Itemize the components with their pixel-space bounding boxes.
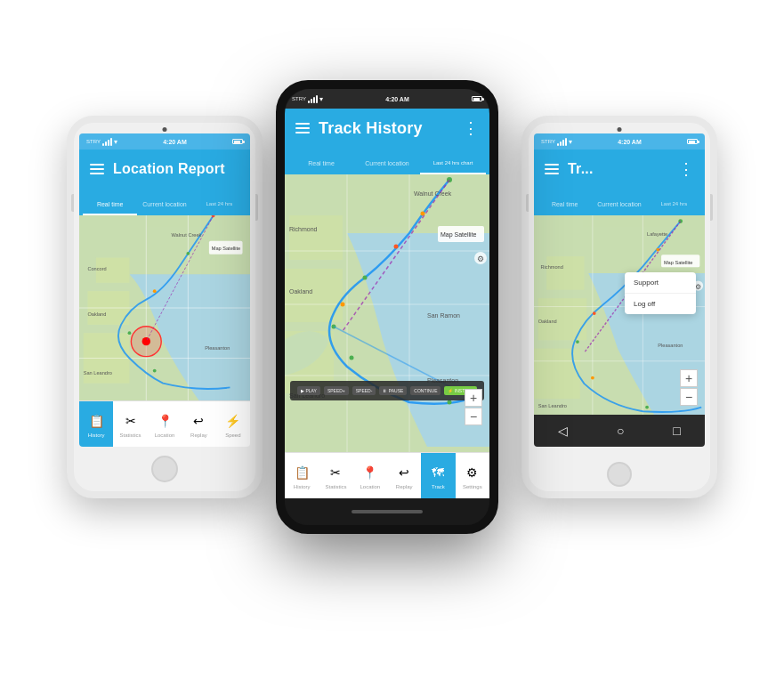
loc-icon-left: 📍: [155, 411, 174, 431]
tab-24hrs-center[interactable]: Last 24 hrs chart: [420, 153, 486, 174]
status-bar-left: STRY ▾ 4:20 AM: [79, 133, 250, 150]
menu-icon-right[interactable]: [545, 164, 559, 174]
svg-point-10: [153, 289, 157, 293]
left-screen: STRY ▾ 4:20 AM Location Report: [79, 133, 250, 447]
toolbar-loc-center[interactable]: 📍 Location: [353, 453, 387, 498]
tab-realtime-right[interactable]: Real time: [537, 194, 592, 215]
tab-24hrs-left[interactable]: Last 24 hrs: [192, 194, 247, 215]
carrier-left: STRY: [86, 139, 101, 144]
header-title-center: Track History: [319, 119, 423, 138]
dropdown-logoff[interactable]: Log off: [625, 294, 696, 314]
tab-realtime-center[interactable]: Real time: [288, 153, 354, 174]
svg-text:Oakland: Oakland: [538, 319, 557, 324]
status-bar-center: STRY ▾ 4:20 AM: [285, 89, 489, 109]
dots-icon-right[interactable]: ⋮: [678, 161, 694, 177]
speed-plus-btn[interactable]: SPEED+: [324, 386, 349, 395]
menu-icon-left[interactable]: [90, 164, 104, 174]
signal-center: [308, 95, 318, 103]
recent-btn-right[interactable]: □: [673, 424, 680, 438]
header-center: Track History ⋮: [285, 109, 489, 148]
pause-btn[interactable]: ⏸ PAUSE: [379, 386, 407, 395]
carrier-right: STRY: [541, 139, 555, 144]
battery-left: [232, 139, 243, 144]
scene: STRY ▾ 4:20 AM Location Report: [0, 0, 784, 687]
right-phone-right-btn: [710, 194, 713, 221]
tab-current-center[interactable]: Current location: [354, 153, 420, 174]
signal-right: [557, 138, 567, 146]
svg-point-35: [363, 276, 368, 280]
header-right: Tr... ⋮: [534, 150, 705, 189]
svg-rect-24: [289, 215, 343, 260]
home-button-left[interactable]: [151, 456, 178, 482]
play-btn[interactable]: ▶ PLAY: [297, 386, 320, 395]
svg-text:Map  Satellite: Map Satellite: [440, 231, 477, 238]
time-left: 4:20 AM: [163, 139, 187, 145]
phone-left: STRY ▾ 4:20 AM Location Report: [67, 116, 263, 498]
toolbar-settings-center[interactable]: ⚙ Settings: [456, 453, 489, 498]
history-icon-left: 📋: [86, 411, 106, 431]
zoom-in-right[interactable]: +: [680, 369, 698, 387]
signal-left: [102, 138, 112, 146]
svg-point-33: [421, 212, 425, 216]
right-side-button: [255, 194, 258, 221]
speed-icon-left: ⚡: [223, 411, 243, 431]
svg-text:⚙: ⚙: [477, 255, 484, 263]
tab-current-right[interactable]: Current location: [592, 194, 646, 215]
tabs-left: Real time Current location Last 24 hrs: [79, 189, 250, 215]
time-center: 4:20 AM: [385, 96, 409, 102]
toolbar-history-center[interactable]: 📋 History: [285, 453, 319, 498]
toolbar-replay-left[interactable]: ↩ Replay: [182, 401, 215, 447]
dots-icon-center[interactable]: ⋮: [463, 120, 479, 136]
right-screen: STRY ▾ 4:20 AM Tr... ⋮: [534, 133, 705, 447]
svg-text:Concord: Concord: [87, 266, 106, 271]
tab-24hrs-right[interactable]: Last 24 hrs: [647, 194, 701, 215]
home-area-center: [285, 498, 489, 525]
dropdown-support[interactable]: Support: [625, 272, 696, 294]
right-phone-left-btn: [526, 194, 529, 212]
zoom-out-right[interactable]: −: [680, 388, 698, 406]
svg-point-14: [142, 337, 150, 345]
svg-point-64: [593, 311, 596, 315]
zoom-controls-center: + −: [465, 389, 482, 425]
replay-icon-center: ↩: [394, 463, 414, 482]
svg-text:Lafayette: Lafayette: [647, 231, 667, 237]
speed-minus-btn[interactable]: SPEED-: [352, 386, 376, 395]
toolbar-stats-left[interactable]: ✂ Statistics: [113, 401, 147, 447]
zoom-out-center[interactable]: −: [465, 408, 482, 425]
dropdown-menu-right: Support Log off: [625, 272, 696, 314]
header-title-right: Tr...: [568, 161, 594, 177]
loc-icon-center: 📍: [360, 463, 380, 482]
back-btn-right[interactable]: ◁: [558, 424, 568, 438]
svg-rect-54: [546, 256, 584, 290]
battery-right: [687, 139, 698, 144]
menu-icon-center[interactable]: [295, 123, 310, 133]
wifi-center: ▾: [319, 95, 323, 103]
tab-current-left[interactable]: Current location: [137, 194, 191, 215]
history-icon-center: 📋: [292, 463, 311, 482]
toolbar-loc-left[interactable]: 📍 Location: [148, 401, 182, 447]
svg-point-38: [350, 356, 354, 360]
header-title-left: Location Report: [113, 161, 225, 177]
home-button-right[interactable]: [607, 462, 632, 487]
map-left: Concord Walnut Creek San Leandro Pleasan…: [79, 215, 250, 400]
home-btn-right[interactable]: ○: [617, 424, 624, 438]
continue-btn[interactable]: CONTINUE: [410, 386, 440, 395]
camera-right: [618, 127, 622, 132]
toolbar-center: 📋 History ✂ Statistics 📍 Location ↩ Repl…: [285, 452, 489, 498]
toolbar-replay-center[interactable]: ↩ Replay: [387, 453, 421, 498]
toolbar-stats-center[interactable]: ✂ Statistics: [319, 453, 352, 498]
svg-text:Pleasanton: Pleasanton: [658, 343, 683, 348]
map-right: Richmond Lafayette Oakland Pleasanton Sa…: [534, 215, 705, 415]
svg-text:Richmond: Richmond: [541, 264, 563, 270]
toolbar-speed-left[interactable]: ⚡ Speed: [216, 401, 250, 447]
svg-point-65: [576, 340, 579, 344]
zoom-in-center[interactable]: +: [465, 389, 482, 407]
wifi-right: ▾: [569, 138, 572, 146]
toolbar-history-left[interactable]: 📋 History: [79, 401, 113, 447]
toolbar-track-center[interactable]: 🗺 Track: [421, 453, 455, 498]
tabs-right: Real time Current location Last 24 hrs: [534, 189, 705, 215]
svg-text:Walnut Creek: Walnut Creek: [172, 232, 202, 238]
tab-realtime-left[interactable]: Real time: [83, 194, 137, 215]
battery-center: [472, 96, 482, 101]
tabs-center: Real time Current location Last 24 hrs c…: [285, 148, 489, 174]
